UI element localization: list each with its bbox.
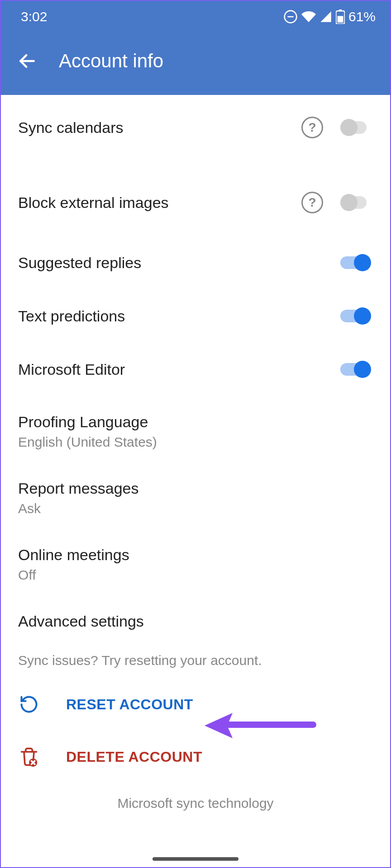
wifi-icon	[301, 9, 316, 24]
delete-account-button[interactable]: DELETE ACCOUNT	[1, 731, 390, 783]
footer-text: Microsoft sync technology	[1, 783, 390, 824]
setting-report-messages[interactable]: Report messages Ask	[1, 462, 390, 529]
setting-sync-calendars[interactable]: Sync calendars ?	[1, 95, 390, 165]
setting-label: Proofing Language	[18, 413, 373, 431]
battery-icon	[336, 9, 345, 24]
settings-list: Sync calendars ? Block external images ?…	[1, 95, 390, 824]
toggle-text-predictions[interactable]	[340, 307, 373, 326]
setting-label: Block external images	[18, 194, 301, 212]
setting-label: Text predictions	[18, 307, 340, 325]
dnd-icon	[283, 9, 298, 24]
setting-label: Suggested replies	[18, 254, 340, 272]
svg-rect-1	[339, 9, 342, 11]
home-indicator[interactable]	[153, 857, 238, 861]
setting-label: Sync calendars	[18, 119, 301, 137]
app-bar: Account info	[1, 33, 390, 95]
setting-label: Report messages	[18, 480, 373, 497]
help-icon[interactable]: ?	[301, 192, 323, 213]
setting-text-predictions[interactable]: Text predictions	[1, 289, 390, 343]
back-button[interactable]	[15, 49, 39, 73]
status-bar: 3:02 61%	[1, 1, 390, 33]
setting-label: Online meetings	[18, 546, 373, 564]
delete-account-label: DELETE ACCOUNT	[66, 749, 202, 765]
setting-advanced-settings[interactable]: Advanced settings	[1, 595, 390, 643]
battery-percent: 61%	[348, 9, 376, 24]
reset-hint: Sync issues? Try resetting your account.	[1, 643, 390, 678]
setting-block-external-images[interactable]: Block external images ?	[1, 165, 390, 231]
status-icons: 61%	[283, 9, 376, 24]
toggle-sync-calendars[interactable]	[340, 118, 373, 137]
toggle-block-external-images[interactable]	[340, 193, 373, 212]
setting-microsoft-editor[interactable]: Microsoft Editor	[1, 343, 390, 396]
setting-value: Off	[18, 567, 373, 583]
delete-icon	[19, 747, 39, 767]
setting-proofing-language[interactable]: Proofing Language English (United States…	[1, 396, 390, 462]
reset-account-label: RESET ACCOUNT	[66, 696, 193, 713]
arrow-left-icon	[17, 51, 37, 71]
setting-label: Advanced settings	[18, 613, 373, 630]
setting-online-meetings[interactable]: Online meetings Off	[1, 529, 390, 595]
status-time: 3:02	[21, 9, 47, 24]
setting-value: English (United States)	[18, 434, 373, 450]
setting-suggested-replies[interactable]: Suggested replies	[1, 231, 390, 289]
help-icon[interactable]: ?	[301, 117, 323, 138]
setting-value: Ask	[18, 501, 373, 516]
svg-rect-2	[338, 16, 343, 22]
setting-label: Microsoft Editor	[18, 361, 340, 378]
page-title: Account info	[59, 50, 163, 72]
reset-account-button[interactable]: RESET ACCOUNT	[1, 678, 390, 731]
signal-icon	[319, 10, 332, 23]
reset-icon	[19, 694, 39, 714]
toggle-microsoft-editor[interactable]	[340, 360, 373, 379]
toggle-suggested-replies[interactable]	[340, 253, 373, 272]
